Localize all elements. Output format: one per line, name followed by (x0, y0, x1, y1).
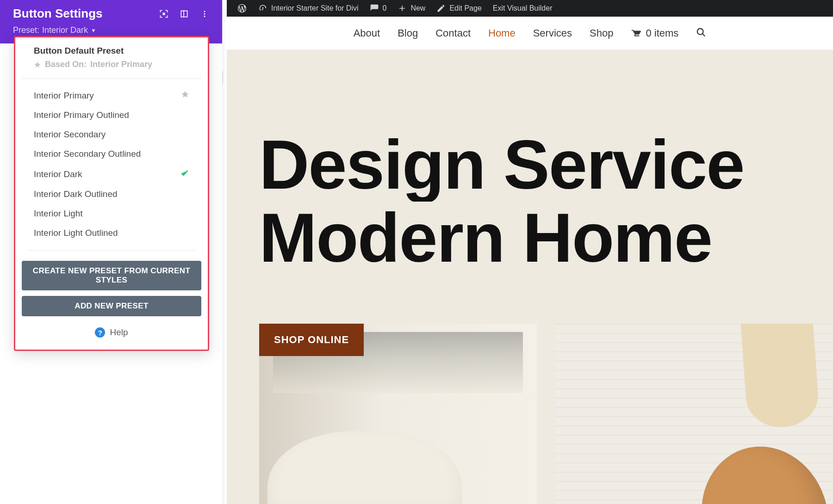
site-nav: About Blog Contact Home Services Shop 0 … (227, 17, 833, 50)
svg-line-1 (703, 34, 705, 36)
new-content-button[interactable]: New (392, 0, 431, 17)
site-switcher[interactable]: Interior Starter Site for Divi (253, 0, 364, 17)
help-label: Help (110, 327, 128, 338)
plus-icon (398, 4, 407, 13)
default-preset-title: Button Default Preset (34, 46, 189, 56)
new-label: New (410, 4, 425, 12)
create-preset-button[interactable]: CREATE NEW PRESET FROM CURRENT STYLES (22, 261, 201, 290)
svg-point-4 (204, 15, 205, 17)
site-title: Interior Starter Site for Divi (271, 4, 359, 12)
panel-title: Button Settings (13, 6, 103, 21)
comments-button[interactable]: 0 (364, 0, 392, 17)
check-icon (180, 168, 189, 180)
edit-page-button[interactable]: Edit Page (431, 0, 487, 17)
preset-item[interactable]: Interior Dark Outlined (22, 184, 201, 204)
wp-admin-bar: Interior Starter Site for Divi 0 New Edi… (227, 0, 833, 17)
preset-item[interactable]: Interior Primary Outlined (22, 105, 201, 125)
preset-item-label: Interior Secondary Outlined (34, 149, 141, 159)
preset-item[interactable]: Interior Secondary Outlined (22, 144, 201, 164)
exit-builder-button[interactable]: Exit Visual Builder (487, 0, 558, 17)
preset-item[interactable]: Interior Dark (22, 164, 201, 184)
preset-item[interactable]: Interior Light (22, 204, 201, 223)
nav-home[interactable]: Home (488, 27, 516, 39)
preset-prefix: Preset: (13, 25, 39, 35)
pencil-icon (436, 4, 446, 13)
nav-services[interactable]: Services (533, 27, 572, 39)
preset-item-label: Interior Light Outlined (34, 228, 118, 238)
edit-page-label: Edit Page (449, 4, 481, 12)
default-preset-block[interactable]: Button Default Preset Based On: Interior… (22, 46, 201, 79)
nav-search-icon[interactable] (696, 27, 706, 39)
preset-item[interactable]: Interior Secondary (22, 125, 201, 144)
nav-shop[interactable]: Shop (590, 27, 613, 39)
preset-item-label: Interior Primary (34, 91, 94, 101)
hero-heading-line2: Modern Home (259, 202, 833, 275)
add-preset-button[interactable]: ADD NEW PRESET (22, 296, 201, 316)
based-on-prefix: Based On: (45, 60, 87, 69)
preset-item-label: Interior Dark Outlined (34, 189, 118, 199)
star-icon (34, 61, 41, 68)
preset-active-name: Interior Dark (42, 25, 88, 35)
preset-item-label: Interior Dark (34, 169, 82, 179)
nav-contact[interactable]: Contact (435, 27, 471, 39)
preset-dropdown: Button Default Preset Based On: Interior… (14, 36, 209, 351)
preset-item[interactable]: Interior Primary (22, 86, 201, 105)
button-settings-panel: Button Settings Preset: Interior Dark ▼ … (0, 0, 222, 504)
star-icon (181, 90, 189, 101)
preset-item-label: Interior Light (34, 209, 83, 219)
wp-logo-icon[interactable] (231, 0, 253, 17)
preset-item-label: Interior Secondary (34, 129, 106, 140)
nav-cart[interactable]: 0 items (631, 27, 678, 39)
dock-icon[interactable] (180, 9, 189, 18)
svg-point-3 (204, 13, 205, 14)
hero-image-wall (555, 324, 833, 504)
kebab-icon[interactable] (200, 9, 209, 18)
comment-icon (370, 4, 379, 13)
preset-item-label: Interior Primary Outlined (34, 110, 129, 120)
help-icon: ? (95, 327, 105, 338)
focus-icon[interactable] (159, 9, 168, 18)
svg-point-2 (204, 11, 205, 12)
preset-list: Interior PrimaryInterior Primary Outline… (15, 79, 208, 243)
nav-blog[interactable]: Blog (398, 27, 418, 39)
help-link[interactable]: ? Help (15, 327, 208, 338)
based-on-name: Interior Primary (90, 60, 152, 69)
exit-builder-label: Exit Visual Builder (493, 4, 553, 12)
svg-point-0 (697, 28, 703, 34)
gauge-icon (258, 4, 267, 13)
nav-about[interactable]: About (354, 27, 380, 39)
shop-online-button[interactable]: SHOP ONLINE (259, 324, 364, 356)
cart-count: 0 items (646, 27, 678, 39)
preset-dropdown-toggle[interactable]: Preset: Interior Dark ▼ (13, 25, 209, 35)
chevron-down-icon: ▼ (91, 27, 96, 34)
comment-count: 0 (383, 4, 387, 12)
hero-heading-line1: Design Service (259, 129, 833, 202)
page-preview: About Blog Contact Home Services Shop 0 … (227, 0, 833, 504)
cart-icon (631, 28, 641, 38)
preset-item[interactable]: Interior Light Outlined (22, 223, 201, 243)
